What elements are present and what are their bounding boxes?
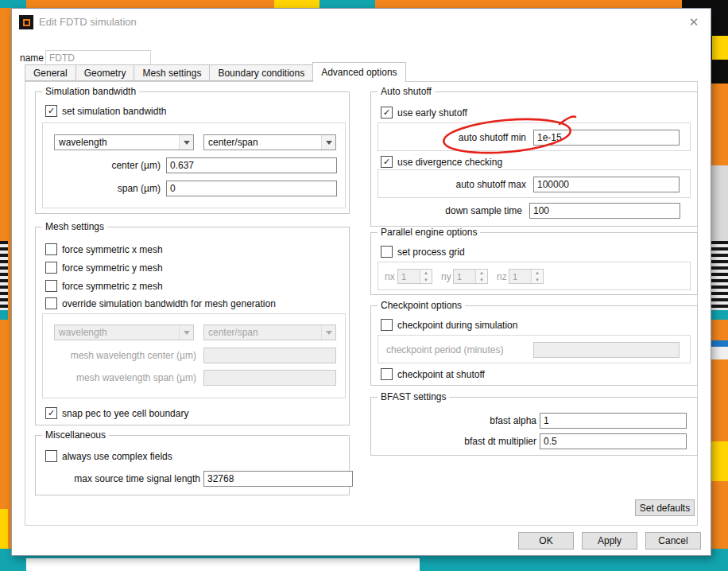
checkbox-always-use-complex-fields[interactable]: always use complex fields: [45, 450, 172, 462]
tab-general[interactable]: General: [25, 64, 76, 81]
mesh-wavelength-span-input[interactable]: [203, 370, 336, 386]
checkbox-box: [45, 262, 57, 274]
mesh-frequency-wavelength-dropdown[interactable]: wavelength: [54, 324, 194, 340]
bfast-dt-multiplier-input[interactable]: [540, 433, 687, 449]
background-stripes-right: [710, 241, 728, 310]
checkbox-box: ✓: [381, 107, 393, 118]
spinner-buttons[interactable]: [531, 270, 543, 283]
checkbox-box: [45, 280, 57, 292]
background-gray-right: [710, 165, 728, 241]
chevron-down-icon: [179, 325, 193, 340]
mesh-wavelength-center-label: mesh wavelength center (µm): [43, 348, 196, 363]
checkbox-box: [45, 450, 57, 462]
checkbox-set-process-grid[interactable]: set process grid: [381, 246, 465, 258]
tab-mesh-settings[interactable]: Mesh settings: [134, 64, 210, 81]
close-icon[interactable]: ✕: [687, 15, 701, 29]
checkbox-force-symmetric-y-mesh[interactable]: force symmetric y mesh: [45, 262, 163, 274]
checkbox-label: force symmetric x mesh: [62, 244, 163, 255]
bfast-dt-multiplier-label: bfast dt multiplier: [378, 433, 536, 449]
checkbox-checkpoint-at-shutoff[interactable]: checkpoint at shutoff: [381, 368, 485, 380]
auto-shutoff-min-label: auto shutoff min: [378, 130, 526, 146]
cancel-button[interactable]: Cancel: [645, 532, 701, 550]
group-bfast-settings-legend: BFAST settings: [378, 391, 449, 402]
tab-boundary-conditions[interactable]: Boundary conditions: [209, 64, 313, 81]
spinner-buttons[interactable]: [475, 270, 487, 283]
tab-advanced-options[interactable]: Advanced options: [312, 62, 405, 82]
checkbox-use-early-shutoff[interactable]: ✓ use early shutoff: [381, 107, 467, 118]
background-blue-right: [710, 340, 728, 347]
span-input[interactable]: [166, 181, 337, 196]
background-yellow-in-black: [712, 36, 728, 60]
auto-shutoff-max-label: auto shutoff max: [378, 177, 526, 192]
checkbox-label: override simulation bandwidth for mesh g…: [62, 298, 276, 309]
checkbox-checkpoint-during-simulation[interactable]: checkpoint during simulation: [381, 319, 517, 331]
background-white-bottom: [26, 558, 420, 571]
apply-button[interactable]: Apply: [582, 532, 637, 550]
checkbox-snap-pec-to-yee-cell-boundary[interactable]: ✓ snap pec to yee cell boundary: [45, 407, 188, 419]
group-bfast-settings: BFAST settings bfast alpha bfast dt mult…: [370, 397, 698, 456]
checkbox-set-simulation-bandwidth[interactable]: ✓ set simulation bandwidth: [45, 105, 166, 117]
checkbox-label: checkpoint during simulation: [397, 320, 517, 331]
set-defaults-button[interactable]: Set defaults: [635, 499, 695, 516]
frequency-wavelength-dropdown[interactable]: wavelength: [54, 134, 194, 150]
group-auto-shutoff-legend: Auto shutoff: [378, 86, 435, 97]
max-source-time-signal-length-label: max source time signal length: [42, 471, 200, 487]
spin-up-icon: [420, 270, 432, 277]
mesh-center-span-dropdown[interactable]: center/span: [203, 324, 336, 340]
down-sample-time-input[interactable]: [529, 203, 680, 219]
ok-button[interactable]: OK: [518, 532, 574, 550]
background-stripes-left: [0, 241, 8, 310]
name-input[interactable]: [45, 50, 151, 66]
group-simulation-bandwidth: Simulation bandwidth ✓ set simulation ba…: [35, 91, 350, 214]
spin-down-icon: [532, 277, 543, 284]
divergence-subpanel: auto shutoff max: [378, 169, 691, 198]
tab-geometry[interactable]: Geometry: [76, 64, 135, 81]
group-parallel-engine-options-legend: Parallel engine options: [378, 227, 480, 238]
title-bar[interactable]: Edit FDTD simulation ✕: [12, 9, 711, 36]
process-grid-subpanel: nx 1 ny 1 nz 1: [378, 262, 691, 290]
auto-shutoff-min-input[interactable]: [533, 130, 680, 146]
bfast-alpha-label: bfast alpha: [378, 413, 536, 429]
background-white-right: [710, 347, 728, 359]
group-simulation-bandwidth-legend: Simulation bandwidth: [42, 86, 139, 97]
center-span-dropdown[interactable]: center/span: [203, 134, 336, 150]
app-icon: [19, 15, 33, 29]
auto-shutoff-max-input[interactable]: [533, 177, 680, 192]
edit-fdtd-simulation-dialog: Edit FDTD simulation ✕ name General Geom…: [11, 8, 711, 556]
background-teal-topleft: [0, 0, 26, 8]
nx-spinner[interactable]: 1: [397, 269, 432, 284]
checkbox-box: [381, 319, 393, 331]
spinner-buttons[interactable]: [420, 270, 432, 283]
spin-up-icon: [476, 270, 487, 277]
advanced-options-panel: Simulation bandwidth ✓ set simulation ba…: [25, 81, 698, 526]
checkbox-force-symmetric-x-mesh[interactable]: force symmetric x mesh: [45, 243, 163, 255]
ny-spinner[interactable]: 1: [453, 269, 488, 284]
checkpoint-period-input[interactable]: [533, 342, 680, 358]
checkbox-force-symmetric-z-mesh[interactable]: force symmetric z mesh: [45, 280, 163, 292]
ny-label: ny: [441, 269, 451, 285]
chevron-down-icon: [179, 135, 193, 150]
screen: Edit FDTD simulation ✕ name General Geom…: [0, 0, 728, 571]
checkbox-box: ✓: [45, 105, 57, 117]
checkpoint-subpanel: checkpoint period (minutes): [378, 335, 691, 363]
checkbox-label: snap pec to yee cell boundary: [62, 408, 188, 419]
name-label: name: [20, 50, 44, 66]
chevron-down-icon: [321, 325, 335, 340]
spin-down-icon: [420, 277, 432, 284]
nz-spinner[interactable]: 1: [509, 269, 544, 284]
checkbox-override-simulation-bandwidth[interactable]: override simulation bandwidth for mesh g…: [45, 297, 276, 309]
mesh-bandwidth-subpanel: wavelength center/span mesh wavelength c…: [42, 313, 346, 398]
checkbox-use-divergence-checking[interactable]: ✓ use divergence checking: [381, 156, 502, 168]
background-teal-right: [710, 310, 728, 320]
center-input[interactable]: [166, 157, 337, 173]
spin-down-icon: [476, 277, 487, 284]
group-parallel-engine-options: Parallel engine options set process grid…: [370, 232, 698, 295]
bfast-alpha-input[interactable]: [540, 413, 687, 429]
mesh-wavelength-center-input[interactable]: [203, 348, 336, 363]
span-label: span (µm): [43, 181, 161, 196]
background-yellow-right: [710, 441, 728, 481]
max-source-time-signal-length-input[interactable]: [203, 471, 353, 487]
mesh-wavelength-span-label: mesh wavelength span (µm): [43, 370, 196, 386]
group-miscellaneous: Miscellaneous always use complex fields …: [35, 435, 350, 495]
checkbox-label: force symmetric y mesh: [62, 262, 163, 274]
